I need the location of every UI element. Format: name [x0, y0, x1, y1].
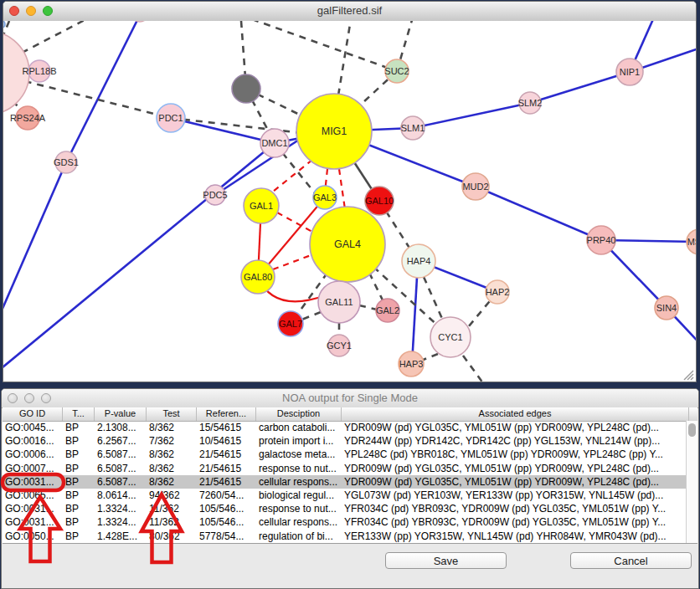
column-header-associatededges[interactable]: Associated edges — [342, 407, 689, 421]
node-mud2[interactable] — [462, 173, 489, 200]
edge — [277, 213, 312, 232]
node-prp40[interactable] — [587, 226, 615, 254]
node-mig1[interactable] — [296, 94, 372, 169]
noa-window-title: NOA output for Single Mode — [2, 389, 698, 408]
table-cell: 8/362 — [147, 448, 197, 461]
node-cyc1[interactable] — [430, 317, 471, 357]
table-cell: BP — [63, 530, 95, 543]
table-cell: YDR009W (pd) YGL035C, YML051W (pp) YDR00… — [342, 475, 686, 489]
node-gds1[interactable] — [55, 151, 77, 173]
table-row[interactable]: GO:0045...BP2.1308...8/36215/54615carbon… — [3, 421, 686, 434]
table-cell: 5778/54... — [197, 530, 256, 543]
table-cell: 6.5087... — [95, 448, 147, 461]
node-slm1[interactable] — [401, 116, 425, 140]
table-cell: YFR034C (pd) YBR093C, YDR009W (pd) YGL03… — [342, 502, 686, 515]
table-cell: BP — [63, 489, 95, 502]
table-cell: BP — [63, 475, 95, 489]
table-cell: GO:0031... — [3, 475, 63, 489]
edge — [476, 187, 601, 240]
node-gal2[interactable] — [376, 299, 399, 322]
table-cell: GO:0007... — [3, 462, 63, 475]
node-gal3[interactable] — [313, 186, 337, 209]
noa-window-titlebar[interactable]: NOA output for Single Mode — [2, 389, 698, 408]
table-cell: GO:0006... — [3, 448, 63, 461]
table-cell: BP — [63, 448, 95, 461]
node-gal80[interactable] — [241, 260, 275, 294]
network-window-titlebar[interactable]: galFiltered.sif — [3, 2, 696, 22]
table-cell: BP — [63, 434, 95, 448]
table-cell: 6.5087... — [95, 475, 147, 489]
table-header: GO IDT...P-valueTestReferen...Desciption… — [3, 407, 697, 422]
edge — [3, 143, 275, 376]
table-cell: YER133W (pp) YOR315W, YNL145W (pd) YHR08… — [342, 530, 686, 543]
table-row[interactable]: GO:0031...BP1.3324...11/362105/546...res… — [3, 502, 686, 515]
column-header-test[interactable]: Test — [147, 407, 197, 421]
resize-grip[interactable] — [683, 369, 694, 380]
node-gal7[interactable] — [278, 311, 303, 336]
column-header-desciption[interactable]: Desciption — [256, 407, 342, 421]
edge — [421, 354, 438, 361]
table-cell: 7/362 — [147, 434, 197, 448]
node[interactable] — [131, 21, 148, 22]
node-gal11[interactable] — [318, 281, 360, 323]
node[interactable] — [3, 31, 29, 115]
table-cell: cellular respons... — [256, 475, 342, 489]
node-rps24a[interactable] — [16, 106, 39, 130]
table-cell: GO:0031... — [3, 502, 63, 515]
table-cell: 10/54615 — [197, 434, 256, 448]
node-nip1[interactable] — [616, 59, 643, 85]
table-cell: biological regul... — [256, 489, 342, 502]
node-slm2[interactable] — [519, 92, 541, 114]
table-cell: 21/54615 — [197, 462, 256, 475]
table-row[interactable]: GO:0006...BP6.5087...8/36221/54615galact… — [3, 448, 686, 461]
node-suc2[interactable] — [385, 59, 409, 83]
table-row[interactable]: GO:0050...BP1.428E...80/3625778/54...reg… — [3, 530, 686, 543]
edge — [215, 136, 304, 195]
node-gcy1[interactable] — [328, 335, 350, 356]
table-cell: YDR009W (pd) YGL035C, YML051W (pp) YDR00… — [342, 421, 686, 434]
node-sin4[interactable] — [655, 296, 678, 320]
table-row[interactable]: GO:0031...BP1.3324...11/362105/546...cel… — [3, 515, 686, 529]
table-row[interactable]: GO:0065...BP8.0614...94/3627260/54...bio… — [3, 489, 686, 502]
node-gal10[interactable] — [365, 187, 394, 215]
edge — [339, 169, 345, 209]
column-header-referen[interactable]: Referen... — [197, 407, 256, 421]
column-header-t[interactable]: T... — [63, 407, 95, 421]
table-row[interactable]: GO:0007...BP6.5087...8/36221/54615respon… — [3, 462, 686, 475]
table-cell: BP — [63, 515, 95, 529]
node-hap4[interactable] — [402, 244, 435, 278]
table-cell: 94/362 — [147, 489, 197, 502]
node-hap2[interactable] — [486, 280, 509, 304]
table-cell: 1.3324... — [95, 502, 147, 515]
node-pdc5[interactable] — [205, 185, 225, 205]
column-header-goid[interactable]: GO ID — [3, 407, 63, 421]
table-scrollbar[interactable] — [686, 421, 697, 543]
network-window-title: galFiltered.sif — [3, 2, 696, 21]
table-row[interactable]: GO:0016...BP6.2567...7/36210/54615protei… — [3, 434, 686, 448]
network-window: galFiltered.sif RPL18BRPS24AGDS1PDC1DMC1… — [3, 1, 697, 382]
node-gal4[interactable] — [310, 207, 385, 282]
node[interactable] — [3, 21, 5, 28]
table-cell: YDR009W (pd) YGL035C, YML051W (pp) YDR00… — [342, 462, 686, 475]
scrollbar-thumb[interactable] — [688, 423, 696, 437]
table-row[interactable]: GO:0031...BP6.5087...8/36221/54615cellul… — [3, 475, 686, 489]
table-cell: response to nut... — [256, 502, 342, 515]
node-gal1[interactable] — [244, 188, 279, 223]
node-msl1[interactable] — [687, 229, 696, 254]
table-body: GO:0045...BP2.1308...8/36215/54615carbon… — [3, 421, 686, 543]
node-rpl18b[interactable] — [28, 60, 50, 82]
node-dmc1[interactable] — [260, 129, 289, 157]
network-canvas[interactable]: RPL18BRPS24AGDS1PDC1DMC1MIG1SLM1SUC2SLM2… — [3, 21, 696, 382]
cancel-button[interactable]: Cancel — [570, 552, 692, 569]
column-header-pvalue[interactable]: P-value — [95, 407, 147, 421]
edge — [252, 21, 397, 71]
edge — [530, 72, 630, 103]
node-pdc1[interactable] — [157, 104, 185, 132]
node[interactable] — [232, 74, 260, 103]
table-cell: 105/546... — [197, 502, 256, 515]
save-button[interactable]: Save — [385, 552, 507, 569]
edge — [66, 21, 140, 162]
table-cell: 8/362 — [147, 421, 197, 434]
node-hap3[interactable] — [399, 351, 424, 376]
table-cell: regulation of bi... — [256, 530, 342, 543]
